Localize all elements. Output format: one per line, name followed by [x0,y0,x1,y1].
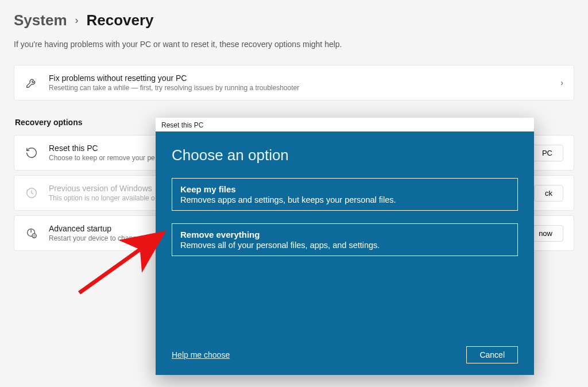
reset-icon [25,146,38,160]
svg-point-2 [32,234,36,238]
option-desc: Removes apps and settings, but keeps you… [180,195,509,204]
fix-card-title: Fix problems without resetting your PC [49,73,550,83]
option-title: Keep my files [180,184,509,194]
fix-card-desc: Resetting can take a while — first, try … [49,84,550,92]
history-icon [25,186,38,200]
option-desc: Removes all of your personal files, apps… [180,241,509,250]
chevron-right-icon: › [560,78,563,87]
dialog-heading: Choose an option [172,146,518,164]
breadcrumb-parent[interactable]: System [14,11,67,29]
dialog-titlebar: Reset this PC [156,118,534,131]
wrench-icon [25,76,38,90]
keep-my-files-option[interactable]: Keep my files Removes apps and settings,… [172,178,518,211]
fix-problems-card[interactable]: Fix problems without resetting your PC R… [14,65,574,100]
breadcrumb-current: Recovery [87,11,154,29]
reset-pc-button[interactable]: PC [531,145,563,161]
page-subtitle: If you're having problems with your PC o… [14,40,574,49]
go-back-button: ck [534,185,563,202]
reset-pc-dialog: Reset this PC Choose an option Keep my f… [156,118,534,375]
power-gear-icon [25,226,38,240]
breadcrumb: System › Recovery [14,11,574,29]
cancel-button[interactable]: Cancel [466,346,518,363]
remove-everything-option[interactable]: Remove everything Removes all of your pe… [172,223,518,256]
chevron-right-icon: › [75,14,79,26]
help-me-choose-link[interactable]: Help me choose [172,350,230,359]
option-title: Remove everything [180,230,509,239]
